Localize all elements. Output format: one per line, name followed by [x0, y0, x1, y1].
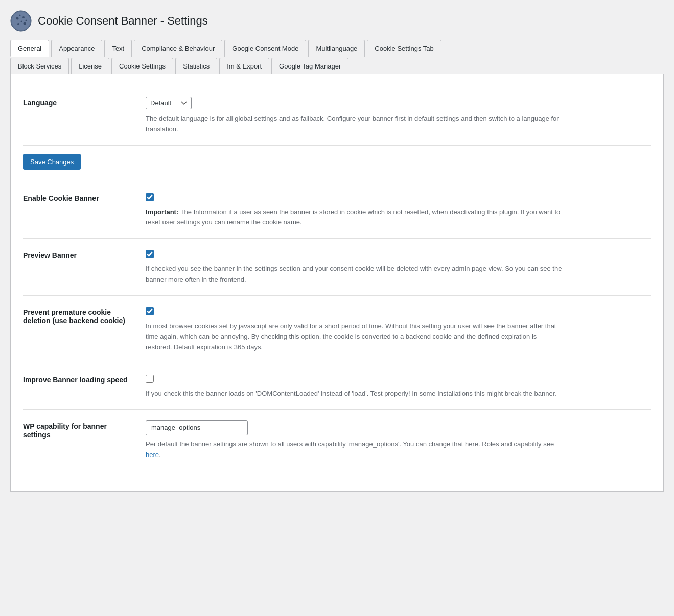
tab-text[interactable]: Text: [104, 40, 132, 57]
wp-capability-content: Per default the banner settings are show…: [146, 420, 651, 461]
page-title: Cookie Consent Banner - Settings: [38, 14, 208, 28]
wp-capability-row: WP capability for banner settings Per de…: [23, 410, 651, 471]
wp-capability-input[interactable]: [146, 420, 248, 435]
tab-compliance[interactable]: Compliance & Behaviour: [134, 40, 222, 57]
prevent-premature-description: In most browser cookies set by javascrip…: [146, 321, 565, 353]
svg-point-7: [19, 15, 21, 16]
preview-banner-checkbox[interactable]: [146, 250, 154, 258]
tab-general[interactable]: General: [10, 40, 49, 57]
tab-multilanguage[interactable]: Multilanguage: [308, 40, 365, 57]
tab-statistics[interactable]: Statistics: [175, 58, 217, 74]
svg-point-6: [21, 21, 22, 22]
improve-loading-checkbox[interactable]: [146, 375, 154, 383]
cookie-logo-icon: [10, 10, 32, 32]
wp-capability-label: WP capability for banner settings: [23, 420, 146, 439]
preview-banner-content: If checked you see the banner in the set…: [146, 249, 651, 285]
language-content: Default The default language is for all …: [146, 97, 651, 135]
prevent-premature-content: In most browser cookies set by javascrip…: [146, 306, 651, 353]
svg-point-3: [22, 16, 25, 18]
improve-loading-content: If you check this the banner loads on 'D…: [146, 374, 651, 399]
tab-google-tag[interactable]: Google Tag Manager: [271, 58, 348, 74]
enable-cookie-banner-content: Important: The Information if a user as …: [146, 192, 651, 229]
capability-here-link[interactable]: here: [146, 451, 159, 459]
language-description: The default language is for all global s…: [146, 113, 565, 135]
language-label: Language: [23, 97, 146, 107]
enable-cookie-banner-checkbox[interactable]: [146, 193, 154, 201]
svg-point-8: [26, 20, 27, 21]
page-header: Cookie Consent Banner - Settings: [10, 10, 664, 32]
tab-cookie-settings[interactable]: Cookie Settings: [111, 58, 173, 74]
content-area: Language Default The default language is…: [10, 74, 664, 492]
svg-point-2: [16, 17, 19, 20]
preview-banner-description: If checked you see the banner in the set…: [146, 264, 565, 285]
language-row: Language Default The default language is…: [23, 86, 651, 146]
tabs-container: General Appearance Text Compliance & Beh…: [10, 40, 664, 74]
enable-cookie-banner-row: Enable Cookie Banner Important: The Info…: [23, 182, 651, 239]
tab-im-export[interactable]: Im & Export: [219, 58, 269, 74]
prevent-premature-row: Prevent premature cookie deletion (use b…: [23, 296, 651, 363]
improve-loading-label: Improve Banner loading speed: [23, 374, 146, 384]
svg-point-4: [24, 22, 26, 25]
svg-point-5: [17, 23, 19, 25]
enable-cookie-banner-label: Enable Cookie Banner: [23, 192, 146, 202]
preview-banner-row: Preview Banner If checked you see the ba…: [23, 239, 651, 296]
wp-capability-description: Per default the banner settings are show…: [146, 439, 565, 461]
improve-loading-row: Improve Banner loading speed If you chec…: [23, 363, 651, 410]
tab-google-consent[interactable]: Google Consent Mode: [224, 40, 306, 57]
prevent-premature-label: Prevent premature cookie deletion (use b…: [23, 306, 146, 325]
language-select[interactable]: Default: [146, 97, 192, 109]
tab-cookie-settings-tab[interactable]: Cookie Settings Tab: [367, 40, 441, 57]
tabs-row-2: Block Services License Cookie Settings S…: [10, 58, 664, 74]
tabs-row-1: General Appearance Text Compliance & Beh…: [10, 40, 664, 57]
save-changes-button[interactable]: Save Changes: [23, 154, 81, 170]
tab-license[interactable]: License: [71, 58, 109, 74]
tab-block-services[interactable]: Block Services: [10, 58, 69, 74]
enable-cookie-banner-description: Important: The Information if a user as …: [146, 207, 565, 229]
preview-banner-label: Preview Banner: [23, 249, 146, 259]
improve-loading-description: If you check this the banner loads on 'D…: [146, 389, 565, 399]
tab-appearance[interactable]: Appearance: [51, 40, 102, 57]
prevent-premature-checkbox[interactable]: [146, 307, 154, 315]
